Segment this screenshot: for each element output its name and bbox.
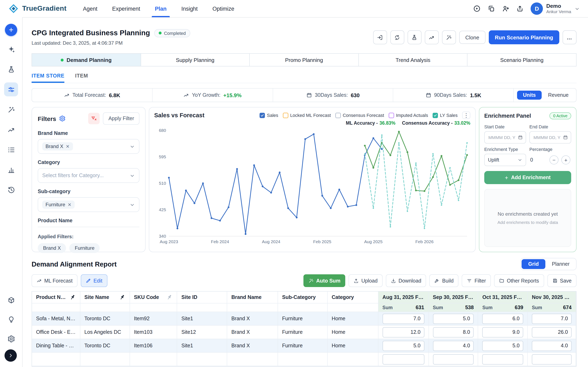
- legend-locked-ml-forecast[interactable]: Locked ML Forecast: [283, 113, 331, 118]
- forecast-input[interactable]: 5.0: [433, 314, 474, 324]
- tab-scenario-planning[interactable]: Scenario Planning: [467, 54, 576, 66]
- forecast-input[interactable]: [382, 354, 424, 364]
- library-icon[interactable]: [488, 5, 495, 12]
- new-plus-button[interactable]: +: [5, 24, 17, 36]
- increment-button[interactable]: +: [561, 155, 570, 164]
- nav-item-plan[interactable]: Plan: [155, 0, 167, 17]
- calendar-icon[interactable]: [563, 135, 568, 140]
- percentage-value[interactable]: 0: [530, 157, 547, 163]
- forecast-input[interactable]: 4.0: [532, 341, 571, 351]
- add-enrichment-button[interactable]: + Add Enrichment: [484, 171, 571, 184]
- tab-demand-planning[interactable]: Demand Planning: [32, 54, 141, 66]
- end-date-field[interactable]: [529, 131, 571, 143]
- start-date-input[interactable]: [488, 134, 516, 140]
- filter-button[interactable]: Filter: [462, 274, 491, 287]
- grid-toggle-button[interactable]: Grid: [522, 259, 545, 269]
- nav-item-optimize[interactable]: Optimize: [212, 0, 234, 17]
- end-date-input[interactable]: [533, 134, 561, 140]
- sidebar-sparkles-icon[interactable]: [4, 42, 18, 56]
- subtab-item[interactable]: ITEM: [75, 73, 88, 83]
- checkbox-unchecked[interactable]: [335, 113, 341, 118]
- forecast-input[interactable]: 7.0: [382, 314, 424, 324]
- chevron-down-icon[interactable]: [574, 6, 580, 11]
- sidebar-trend-icon[interactable]: [4, 123, 18, 137]
- other-reports-button[interactable]: Other Reports: [494, 274, 544, 287]
- subtab-item-store[interactable]: ITEM STORE: [32, 73, 64, 83]
- pin-icon[interactable]: [117, 293, 127, 302]
- checkbox-unchecked[interactable]: [283, 113, 288, 118]
- brand[interactable]: TrueGradient: [8, 3, 66, 14]
- auto-sum-button[interactable]: Auto Sum: [303, 274, 345, 287]
- remove-chip-icon[interactable]: ✕: [68, 202, 71, 207]
- checkbox-checked[interactable]: [433, 113, 438, 118]
- build-button[interactable]: Build: [430, 274, 459, 287]
- export-button[interactable]: [373, 30, 387, 44]
- start-date-field[interactable]: [484, 131, 526, 143]
- remove-chip-icon[interactable]: ✕: [66, 144, 69, 149]
- tab-promo-planning[interactable]: Promo Planning: [249, 54, 358, 66]
- decrement-button[interactable]: −: [549, 155, 558, 164]
- legend-sales[interactable]: Sales: [260, 113, 278, 118]
- user-menu[interactable]: D Demo Ankur Verma: [531, 2, 580, 15]
- apply-filter-button[interactable]: Apply Filter: [103, 112, 139, 125]
- magic-button[interactable]: [442, 30, 456, 44]
- brand-name-select[interactable]: Brand X ✕: [38, 139, 139, 154]
- forecast-input[interactable]: 4.0: [433, 341, 474, 351]
- forecast-input[interactable]: 5.0: [482, 341, 523, 351]
- revenue-toggle-button[interactable]: Revenue: [544, 91, 573, 100]
- pin-icon[interactable]: [165, 293, 174, 302]
- clear-filters-icon[interactable]: [88, 113, 100, 124]
- invite-user-icon[interactable]: [502, 5, 509, 12]
- nav-item-insight[interactable]: Insight: [182, 0, 198, 17]
- sidebar-bar-chart-icon[interactable]: [4, 163, 18, 177]
- sub-category-select[interactable]: Furniture ✕: [38, 197, 139, 212]
- experiment-button[interactable]: [407, 30, 421, 44]
- category-select[interactable]: Select filters for Category...: [38, 168, 139, 183]
- forecast-input[interactable]: 26.0: [532, 327, 571, 337]
- sidebar-sliders-icon[interactable]: [4, 83, 18, 96]
- clone-button[interactable]: Clone: [459, 31, 485, 44]
- forecast-input[interactable]: [433, 354, 474, 364]
- forecast-input[interactable]: 6.0: [482, 314, 523, 324]
- refresh-button[interactable]: [390, 30, 404, 44]
- sidebar-wand-icon[interactable]: [4, 102, 18, 117]
- save-button[interactable]: Save: [547, 274, 577, 287]
- run-scenario-planning-button[interactable]: Run Scenario Planning: [489, 30, 559, 44]
- pin-icon[interactable]: [68, 293, 77, 302]
- checkbox-unchecked[interactable]: [389, 113, 394, 118]
- sidebar-list-icon[interactable]: [4, 143, 18, 157]
- legend-ly-sales[interactable]: LY Sales: [433, 113, 458, 118]
- units-toggle-button[interactable]: Units: [517, 91, 542, 100]
- forecast-input[interactable]: [482, 354, 523, 364]
- tab-trend-analysis[interactable]: Trend Analysis: [358, 54, 467, 66]
- forecast-input[interactable]: 5.0: [382, 341, 424, 351]
- nav-item-agent[interactable]: Agent: [83, 0, 97, 17]
- sidebar-flask-icon[interactable]: [4, 62, 18, 76]
- play-icon[interactable]: [473, 5, 481, 12]
- trend-button[interactable]: [425, 30, 439, 44]
- more-button[interactable]: …: [563, 30, 577, 44]
- expand-sidebar-button[interactable]: [5, 349, 17, 362]
- sidebar-gear-icon[interactable]: [4, 332, 18, 346]
- legend-consensus-forecast[interactable]: Consensus Forecast: [335, 113, 384, 118]
- sidebar-history-icon[interactable]: [4, 183, 18, 197]
- sidebar-cube-icon[interactable]: [4, 293, 18, 307]
- share-icon[interactable]: [516, 5, 524, 12]
- legend-menu-icon[interactable]: ⋮: [462, 112, 470, 119]
- filters-gear-icon[interactable]: [59, 115, 66, 122]
- download-button[interactable]: Download: [386, 274, 426, 287]
- forecast-input[interactable]: 7.0: [532, 314, 571, 324]
- upload-button[interactable]: Upload: [348, 274, 382, 287]
- checkbox-checked[interactable]: [260, 113, 265, 118]
- enrichment-type-select[interactable]: Uplift: [484, 154, 526, 166]
- sidebar-lightbulb-icon[interactable]: [4, 312, 18, 326]
- legend-imputed-actuals[interactable]: Imputed Actuals: [389, 113, 428, 118]
- ml-forecast-button[interactable]: ML Forecast: [32, 274, 77, 287]
- nav-item-experiment[interactable]: Experiment: [112, 0, 140, 17]
- edit-button[interactable]: Edit: [81, 274, 107, 287]
- tab-supply-planning[interactable]: Supply Planning: [141, 54, 249, 66]
- forecast-input[interactable]: 8.0: [433, 327, 474, 337]
- planner-toggle-button[interactable]: Planner: [546, 259, 575, 269]
- forecast-input[interactable]: [532, 354, 571, 364]
- forecast-input[interactable]: 9.0: [482, 327, 523, 337]
